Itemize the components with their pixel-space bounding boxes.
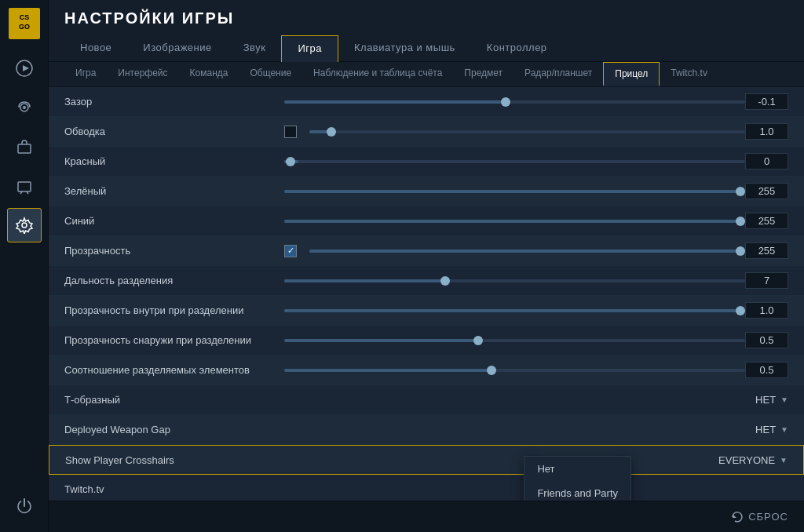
subtab-observe[interactable]: Наблюдение и таблица счёта — [302, 62, 453, 86]
subtab-radar[interactable]: Радар/планшет — [513, 62, 603, 86]
slider-split-outer[interactable] — [284, 339, 745, 342]
setting-row-split-outer: Прозрачность снаружи при разделении 0.5 — [49, 326, 804, 355]
page-title: НАСТРОЙКИ ИГРЫ — [64, 9, 788, 27]
setting-control-split-inner — [284, 309, 745, 312]
reset-icon — [731, 511, 744, 523]
setting-label-weapon-gap: Deployed Weapon Gap — [64, 424, 284, 435]
value-green: 255 — [745, 183, 788, 199]
setting-control-gap — [284, 100, 745, 104]
header: НАСТРОЙКИ ИГРЫ Новое Изображение Звук Иг… — [49, 0, 804, 62]
sidebar-item-settings[interactable] — [7, 208, 42, 242]
slider-split-inner[interactable] — [284, 309, 745, 312]
svg-marker-4 — [23, 65, 29, 71]
value-split-outer: 0.5 — [745, 332, 788, 348]
main-content: НАСТРОЙКИ ИГРЫ Новое Изображение Звук Иг… — [49, 0, 804, 532]
dropdown-weapon-gap[interactable]: НЕТ ▼ — [284, 424, 788, 435]
dropdown-menu-item-none[interactable]: Нет — [524, 457, 630, 481]
svg-text:GO: GO — [18, 23, 29, 31]
setting-label-alpha: Прозрачность — [64, 245, 284, 257]
settings-table: Зазор -0.1 Обводка — [49, 87, 804, 475]
setting-label-split-ratio: Соотношение разделяемых элементов — [64, 364, 284, 376]
tab-controller[interactable]: Контроллер — [471, 35, 563, 61]
setting-control-t-shape: НЕТ ▼ — [284, 394, 788, 406]
setting-row-green: Зелёный 255 — [49, 177, 804, 206]
svg-rect-8 — [18, 182, 31, 191]
slider-gap[interactable] — [284, 100, 745, 104]
setting-control-red — [284, 160, 745, 163]
value-split-ratio: 0.5 — [745, 362, 788, 378]
tab-keyboard[interactable]: Клавиатура и мышь — [338, 35, 471, 61]
setting-label-outline: Обводка — [64, 126, 284, 137]
settings-content: Зазор -0.1 Обводка — [49, 87, 804, 501]
setting-control-blue — [284, 220, 745, 223]
sidebar-item-radio[interactable] — [7, 90, 42, 125]
sidebar-item-tv[interactable] — [7, 169, 42, 203]
reset-label: СБРОС — [748, 511, 788, 523]
tab-image[interactable]: Изображение — [127, 35, 227, 61]
sidebar-item-play[interactable] — [7, 51, 42, 86]
setting-label-blue: Синий — [64, 215, 284, 227]
value-red: 0 — [745, 153, 788, 169]
dropdown-menu-item-friends[interactable]: Friends and Party — [524, 481, 630, 501]
subtab-interface[interactable]: Интерфейс — [107, 62, 178, 86]
value-outline: 1.0 — [745, 123, 788, 140]
setting-row-alpha: Прозрачность 255 — [49, 236, 804, 266]
setting-control-split-outer — [284, 339, 745, 342]
setting-label-twitchtv: Twitch.tv — [64, 483, 284, 495]
subtab-team[interactable]: Команда — [179, 62, 239, 86]
setting-label-split-inner: Прозрачность внутри при разделении — [64, 304, 284, 316]
setting-row-outline: Обводка 1.0 — [49, 117, 804, 147]
setting-label-split-outer: Прозрачность снаружи при разделении — [64, 334, 284, 346]
setting-label-split-dist: Дальность разделения — [64, 275, 284, 286]
slider-outline[interactable] — [309, 130, 745, 133]
slider-split-ratio[interactable] — [284, 369, 745, 372]
setting-label-player-crosshairs: Show Player Crosshairs — [65, 454, 285, 466]
setting-row-split-ratio: Соотношение разделяемых элементов 0.5 — [49, 355, 804, 385]
setting-row-twitchtv: Twitch.tv — [49, 475, 804, 501]
setting-control-alpha — [284, 245, 745, 257]
value-split-inner: 1.0 — [745, 302, 788, 319]
reset-button[interactable]: СБРОС — [731, 511, 788, 523]
setting-row-blue: Синий 255 — [49, 206, 804, 236]
setting-control-weapon-gap: НЕТ ▼ — [284, 424, 788, 435]
slider-blue[interactable] — [284, 220, 745, 223]
setting-control-split-dist — [284, 279, 745, 282]
subtab-twitch[interactable]: Twitch.tv — [660, 62, 718, 86]
value-split-dist: 7 — [745, 272, 788, 289]
slider-red[interactable] — [284, 160, 745, 163]
tab-new[interactable]: Новое — [64, 35, 127, 61]
chevron-down-icon: ▼ — [780, 456, 788, 465]
setting-row-split-dist: Дальность разделения 7 — [49, 266, 804, 296]
setting-row-split-inner: Прозрачность внутри при разделении 1.0 — [49, 296, 804, 326]
slider-split-dist[interactable] — [284, 279, 745, 282]
footer: СБРОС — [49, 501, 804, 532]
setting-label-green: Зелёный — [64, 185, 284, 197]
value-alpha: 255 — [745, 242, 788, 259]
setting-row-red: Красный 0 — [49, 147, 804, 177]
value-gap: -0.1 — [745, 93, 788, 110]
dropdown-menu: Нет Friends and Party Everyone — [524, 456, 631, 501]
sidebar: CS GO — [0, 0, 49, 532]
setting-row-t-shape: Т-образный НЕТ ▼ — [49, 385, 804, 415]
slider-green[interactable] — [284, 190, 745, 193]
sidebar-item-inventory[interactable] — [7, 129, 42, 164]
subtab-chat[interactable]: Общение — [239, 62, 302, 86]
tab-game[interactable]: Игра — [281, 35, 338, 62]
tab-sound[interactable]: Звук — [228, 35, 282, 61]
dropdown-t-shape[interactable]: НЕТ ▼ — [284, 394, 788, 406]
setting-row-player-crosshairs: Show Player Crosshairs EVERYONE ▼ — [49, 445, 804, 475]
slider-alpha[interactable] — [309, 250, 745, 253]
subtab-item[interactable]: Предмет — [453, 62, 513, 86]
subtab-crosshair[interactable]: Прицел — [603, 62, 660, 86]
subtab-game[interactable]: Игра — [64, 62, 107, 86]
setting-control-outline — [284, 126, 745, 138]
sub-tabs: Игра Интерфейс Команда Общение Наблюдени… — [49, 62, 804, 87]
svg-point-11 — [22, 223, 27, 228]
chevron-down-icon: ▼ — [780, 395, 788, 404]
checkbox-alpha[interactable] — [284, 245, 297, 257]
nav-tabs: Новое Изображение Звук Игра Клавиатура и… — [64, 35, 788, 61]
checkbox-outline[interactable] — [284, 126, 297, 138]
setting-row-gap: Зазор -0.1 — [49, 87, 804, 117]
sidebar-item-power[interactable] — [7, 489, 42, 523]
setting-control-green — [284, 190, 745, 193]
